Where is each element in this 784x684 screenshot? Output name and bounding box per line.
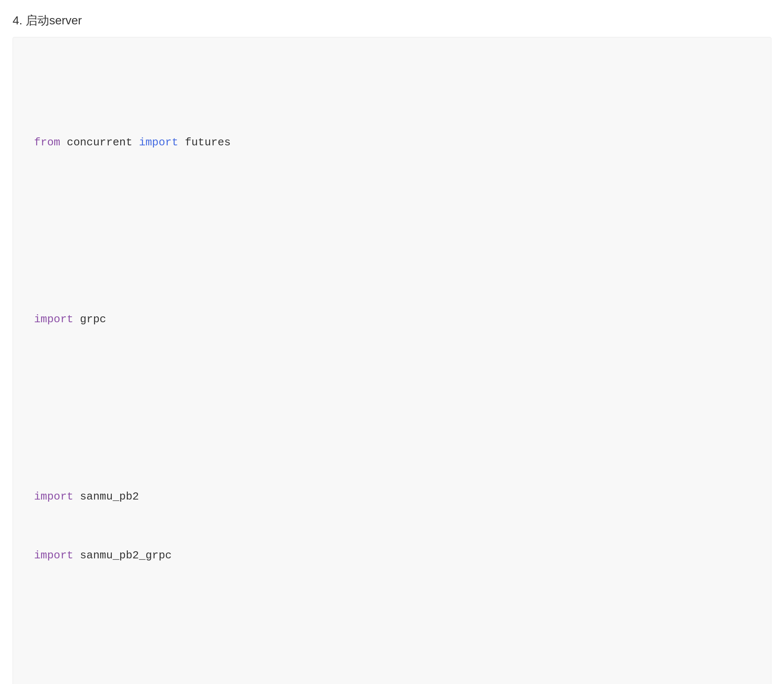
code-block: from concurrent import futures import gr… bbox=[34, 54, 750, 684]
code-line-2 bbox=[34, 211, 750, 231]
code-line-7 bbox=[34, 624, 750, 644]
page-container: 4. 启动server from concurrent import futur… bbox=[0, 0, 784, 684]
code-line-4 bbox=[34, 389, 750, 408]
code-line-1: from concurrent import futures bbox=[34, 133, 750, 153]
code-line-5: import sanmu_pb2 bbox=[34, 487, 750, 507]
code-block-wrapper: from concurrent import futures import gr… bbox=[13, 37, 771, 684]
code-line-3: import grpc bbox=[34, 310, 750, 329]
section-title: 4. 启动server bbox=[0, 8, 784, 37]
code-line-6: import sanmu_pb2_grpc bbox=[34, 546, 750, 566]
